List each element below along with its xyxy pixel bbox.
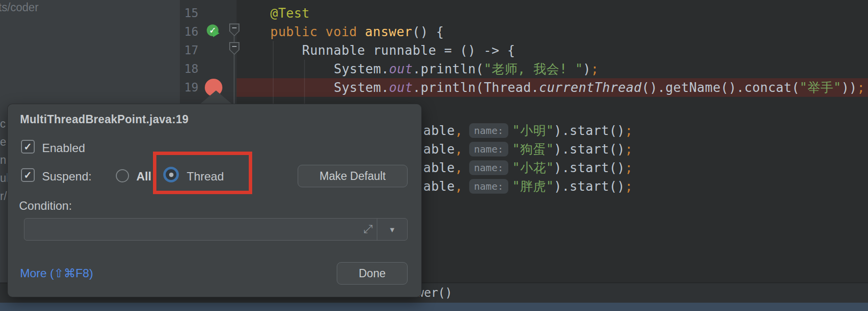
code-token: ; xyxy=(625,142,633,156)
project-path-text: ts/coder xyxy=(0,1,39,14)
indent-guide xyxy=(273,41,274,104)
code-token: ; xyxy=(625,123,633,138)
code-token: ; xyxy=(625,160,633,175)
code-token: () { xyxy=(412,24,444,39)
code-line-partial[interactable]: able,name:"小明").start(); xyxy=(423,121,633,140)
suspend-thread-label: Thread xyxy=(187,170,224,183)
tree-item-partial: n xyxy=(0,154,7,168)
code-token: "胖虎" xyxy=(512,178,554,195)
tree-item-partial: ul xyxy=(0,172,7,186)
code-token: ) xyxy=(583,62,591,76)
parameter-name-hint: name: xyxy=(469,160,508,175)
code-token: "狗蛋" xyxy=(512,141,554,158)
code-token: @Test xyxy=(270,6,310,21)
condition-input[interactable] xyxy=(27,221,352,239)
done-label: Done xyxy=(359,267,386,280)
line-number-19[interactable]: 19 xyxy=(180,78,198,97)
parameter-name-hint: name: xyxy=(469,142,508,156)
line-number-15[interactable]: 15 xyxy=(180,4,198,22)
line-number-18[interactable]: 18 xyxy=(180,60,198,78)
code-line-15[interactable]: @Test xyxy=(237,4,868,22)
line-number-16[interactable]: 16 xyxy=(180,22,198,41)
make-default-button[interactable]: Make Default xyxy=(298,165,408,187)
code-token: ).start() xyxy=(554,142,625,156)
code-token: "小花" xyxy=(512,159,554,177)
more-link[interactable]: More (⇧⌘F8) xyxy=(20,267,93,280)
code-token: ).start() xyxy=(554,179,625,194)
check-icon: ✓ xyxy=(24,169,32,181)
tree-item-partial: e xyxy=(0,135,7,150)
status-bar xyxy=(0,303,868,311)
expand-editor-icon[interactable]: ⤢ xyxy=(364,222,373,236)
condition-combobox[interactable]: ⤢ ▼ xyxy=(24,218,408,241)
indent-guide xyxy=(304,60,305,104)
code-token: currentThread xyxy=(539,80,642,95)
code-token: public void xyxy=(270,24,365,39)
done-button[interactable]: Done xyxy=(337,262,408,285)
parameter-name-hint: name: xyxy=(469,179,508,194)
tree-item-partial: r/ xyxy=(0,190,7,204)
code-token: , xyxy=(455,179,463,194)
code-token: ).start() xyxy=(554,123,625,138)
code-token: able xyxy=(423,142,455,156)
popup-arrow xyxy=(200,90,232,104)
code-token: ).start() xyxy=(554,160,625,175)
breakpoint-popup: MultiThreadBreakPoint.java:19 ✓ Enabled … xyxy=(7,104,422,297)
code-token: "举手" xyxy=(800,80,841,95)
run-test-icon[interactable]: ✓ xyxy=(207,24,219,37)
code-token: Runnable runnable = () -> { xyxy=(302,43,515,58)
code-token: , xyxy=(455,160,463,175)
condition-label: Condition: xyxy=(19,199,72,213)
make-default-label: Make Default xyxy=(320,170,386,183)
code-token: ; xyxy=(857,80,865,95)
code-token: "老师, 我会! " xyxy=(484,62,583,76)
code-line-16[interactable]: public void answer() { xyxy=(237,22,868,41)
code-token: ().getName().concat( xyxy=(642,80,800,95)
code-token: out xyxy=(389,62,412,76)
code-token: "小明" xyxy=(512,122,554,139)
code-token: ; xyxy=(591,62,599,76)
code-token: answer xyxy=(365,24,412,39)
tree-item-partial: c xyxy=(0,117,7,132)
code-token: able xyxy=(423,160,455,175)
radio-dot-icon xyxy=(169,173,174,177)
code-line-partial[interactable]: able,name:"狗蛋").start(); xyxy=(423,140,633,158)
popup-title: MultiThreadBreakPoint.java:19 xyxy=(20,113,189,126)
suspend-all-radio[interactable] xyxy=(116,169,129,182)
code-token: System. xyxy=(334,62,389,76)
play-triangle-icon xyxy=(213,29,219,37)
combo-dropdown-button[interactable]: ▼ xyxy=(377,219,407,240)
code-token: able xyxy=(423,179,455,194)
code-token: out xyxy=(389,80,412,95)
suspend-label: Suspend: xyxy=(42,170,91,183)
chevron-down-icon: ▼ xyxy=(389,225,396,234)
ide-window: ts/coder cenulr/ 1516✓171819 @Testpublic… xyxy=(0,0,868,311)
code-line-partial[interactable]: able,name:"胖虎").start(); xyxy=(423,177,633,196)
code-token: , xyxy=(455,123,463,138)
code-token: .println( xyxy=(413,62,484,76)
code-token: able xyxy=(423,123,455,138)
parameter-name-hint: name: xyxy=(469,123,508,138)
code-token: , xyxy=(455,142,463,156)
code-line-17[interactable]: Runnable runnable = () -> { xyxy=(237,41,868,60)
breadcrumb: wer() xyxy=(417,283,452,303)
enabled-label: Enabled xyxy=(42,141,85,155)
code-token: ; xyxy=(625,179,633,194)
code-line-partial[interactable]: able,name:"小花").start(); xyxy=(423,158,633,177)
suspend-checkbox[interactable]: ✓ xyxy=(21,168,35,182)
code-token: .println(Thread. xyxy=(413,80,539,95)
line-number-17[interactable]: 17 xyxy=(180,41,198,60)
enabled-checkbox[interactable]: ✓ xyxy=(21,140,35,154)
code-token: )) xyxy=(841,80,857,95)
code-line-18[interactable]: System.out.println("老师, 我会! "); xyxy=(237,60,868,78)
code-line-19[interactable]: System.out.println(Thread.currentThread(… xyxy=(237,78,868,97)
code-token: System. xyxy=(334,80,389,95)
suspend-thread-radio[interactable] xyxy=(163,167,179,182)
suspend-all-label: All xyxy=(136,170,152,183)
check-icon: ✓ xyxy=(24,141,32,153)
